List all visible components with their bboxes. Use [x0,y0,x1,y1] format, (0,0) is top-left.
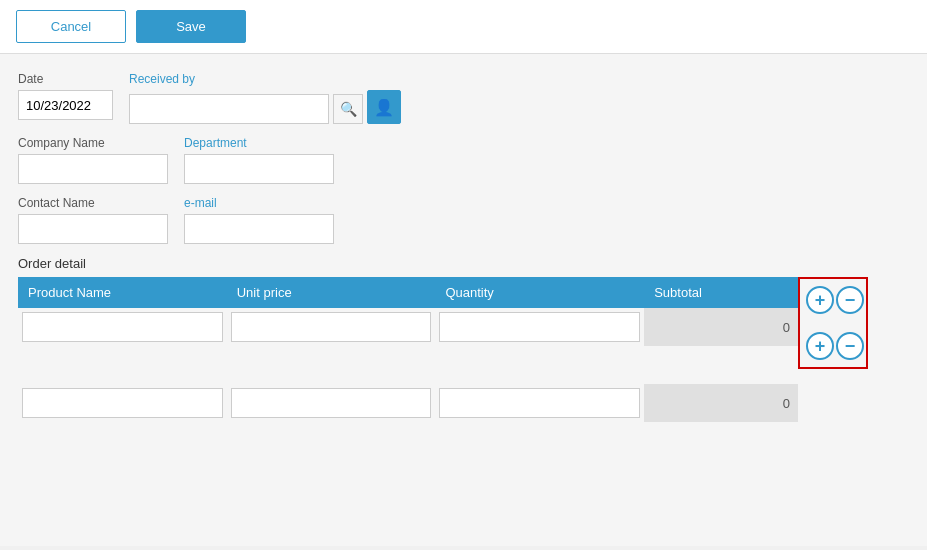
email-input[interactable] [184,214,334,244]
col-header-quantity: Quantity [435,277,644,308]
company-field-group: Company Name [18,136,168,184]
company-name-input[interactable] [18,154,168,184]
received-by-label: Received by [129,72,401,86]
table-row: 0 [18,308,798,346]
minus-icon: − [845,337,856,355]
order-detail-label: Order detail [18,256,909,271]
person-icon: 👤 [374,98,394,117]
department-input[interactable] [184,154,334,184]
company-name-label: Company Name [18,136,168,150]
date-label: Date [18,72,113,86]
plus-icon: + [815,337,826,355]
row1-quantity-input[interactable] [439,312,640,342]
search-button[interactable]: 🔍 [333,94,363,124]
cancel-button[interactable]: Cancel [16,10,126,43]
row1-action-group: + − [806,281,864,319]
row1-subtotal-value: 0 [783,320,790,335]
main-content: Date Received by 🔍 👤 Company Name Depart… [0,54,927,546]
row1-product-input[interactable] [22,312,223,342]
col-header-product: Product Name [18,277,227,308]
row-actions: + − + − [806,281,864,365]
contact-email-row: Contact Name e-mail [18,196,909,244]
table-row: 0 [18,384,798,422]
row1-unit-price-input[interactable] [231,312,432,342]
search-icon: 🔍 [340,101,357,117]
contact-name-label: Contact Name [18,196,168,210]
dept-field-group: Department [184,136,334,184]
email-field-group: e-mail [184,196,334,244]
row2-quantity-cell [435,384,644,422]
email-label: e-mail [184,196,334,210]
company-dept-row: Company Name Department [18,136,909,184]
contact-field-group: Contact Name [18,196,168,244]
row2-unit-price-cell [227,384,436,422]
row2-unit-price-input[interactable] [231,388,432,418]
department-label: Department [184,136,334,150]
row2-quantity-input[interactable] [439,388,640,418]
row1-add-button[interactable]: + [806,286,834,314]
order-table: Product Name Unit price Quantity Subtota… [18,277,798,422]
row1-product-cell [18,308,227,346]
person-button[interactable]: 👤 [367,90,401,124]
row2-subtotal-value: 0 [783,396,790,411]
row1-quantity-cell [435,308,644,346]
plus-icon: + [815,291,826,309]
row-actions-container: + − + − [798,277,868,369]
row2-product-input[interactable] [22,388,223,418]
date-received-row: Date Received by 🔍 👤 [18,72,909,124]
action-spacer [806,319,864,327]
minus-icon: − [845,291,856,309]
top-bar: Cancel Save [0,0,927,54]
col-header-unit-price: Unit price [227,277,436,308]
row2-product-cell [18,384,227,422]
received-by-input[interactable] [129,94,329,124]
received-by-field-group: Received by 🔍 👤 [129,72,401,124]
row2-action-group: + − [806,327,864,365]
row2-subtotal-cell: 0 [644,384,798,422]
date-input[interactable] [18,90,113,120]
row1-unit-price-cell [227,308,436,346]
table-header-row: Product Name Unit price Quantity Subtota… [18,277,798,308]
received-by-row: 🔍 👤 [129,90,401,124]
contact-name-input[interactable] [18,214,168,244]
date-field-group: Date [18,72,113,120]
col-header-subtotal: Subtotal [644,277,798,308]
row1-remove-button[interactable]: − [836,286,864,314]
row2-add-button[interactable]: + [806,332,834,360]
save-button[interactable]: Save [136,10,246,43]
row2-remove-button[interactable]: − [836,332,864,360]
order-table-wrapper: Product Name Unit price Quantity Subtota… [18,277,909,422]
row1-subtotal-cell: 0 [644,308,798,346]
